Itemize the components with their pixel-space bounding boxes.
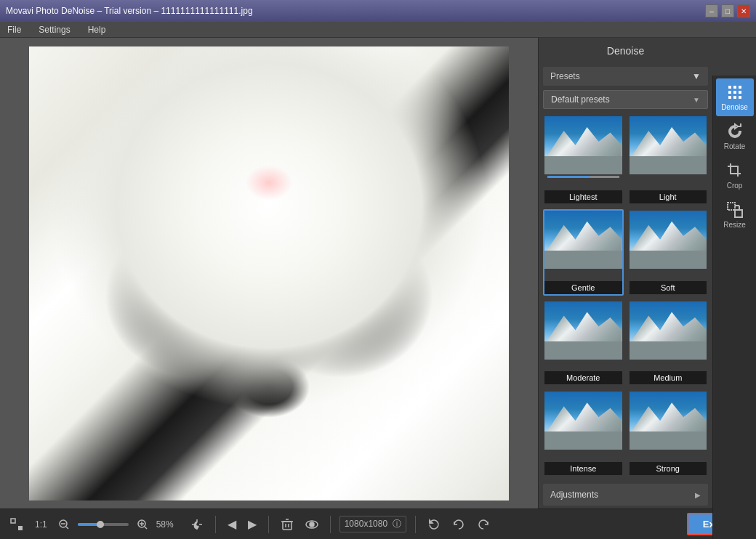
info-icon[interactable]: ⓘ — [393, 519, 401, 529]
menu-bar: File Settings Help — [0, 22, 756, 38]
separator-3 — [330, 516, 331, 533]
svg-rect-3 — [728, 91, 731, 94]
svg-rect-7 — [733, 96, 736, 99]
maximize-button[interactable]: □ — [721, 4, 734, 17]
menu-settings[interactable]: Settings — [36, 23, 73, 36]
preset-light[interactable]: Light — [628, 115, 709, 205]
preset-label-gentle: Gentle — [544, 281, 622, 294]
preset-strong[interactable]: Strong — [628, 390, 709, 477]
tool-resize[interactable]: Resize — [716, 196, 754, 234]
preset-label-light: Light — [630, 190, 707, 203]
svg-point-26 — [310, 522, 314, 527]
presets-grid: Lightest Light Gentle Soft — [539, 110, 712, 481]
image-size-label: 1080x1080 ⓘ — [339, 516, 407, 532]
fit-icon — [10, 518, 23, 531]
title-bar: Movavi Photo DeNoise – Trial version – 1… — [0, 0, 756, 22]
resize-icon — [726, 201, 744, 219]
separator-1 — [215, 516, 216, 533]
preview-icon — [305, 518, 318, 531]
tool-crop-label: Crop — [727, 182, 743, 190]
tool-rotate[interactable]: Rotate — [716, 118, 754, 155]
image-size-value: 1080x1080 — [345, 519, 387, 529]
zoom-slider[interactable] — [78, 523, 129, 526]
svg-rect-12 — [18, 526, 23, 530]
svg-rect-0 — [728, 86, 731, 89]
close-button[interactable]: ✕ — [737, 4, 750, 17]
rotate-ccw-button[interactable] — [425, 515, 443, 534]
preset-intense[interactable]: Intense — [543, 390, 624, 477]
preset-moderate[interactable]: Moderate — [543, 300, 624, 386]
zoom-11-button[interactable]: 1:1 — [32, 516, 50, 532]
menu-file[interactable]: File — [4, 23, 24, 36]
menu-help[interactable]: Help — [85, 23, 109, 36]
tool-resize-label: Resize — [723, 221, 746, 229]
prev-button[interactable]: ◀ — [225, 514, 239, 534]
preset-thumb-light — [630, 116, 707, 174]
svg-rect-6 — [728, 96, 731, 99]
tool-sidebar: Denoise Rotate Crop Resize — [712, 76, 756, 539]
minimize-button[interactable]: – — [705, 4, 718, 17]
window-controls: – □ ✕ — [705, 4, 750, 17]
presets-header[interactable]: Presets ▼ — [543, 67, 708, 86]
zoom-in-button[interactable] — [134, 516, 150, 532]
denoise-icon — [726, 84, 744, 101]
window-title: Movavi Photo DeNoise – Trial version – 1… — [6, 6, 705, 16]
zoom-percent: 58% — [156, 519, 182, 530]
zoom-out-icon — [59, 519, 69, 530]
preset-label-moderate: Moderate — [544, 371, 622, 384]
dropdown-arrow-icon: ▼ — [693, 96, 700, 104]
svg-line-15 — [66, 527, 68, 529]
crop-icon — [726, 162, 744, 179]
adjustments-bar[interactable]: Adjustments ▶ — [543, 484, 708, 506]
svg-rect-10 — [735, 210, 742, 217]
default-presets-dropdown[interactable]: Default presets ▼ — [543, 90, 708, 109]
next-button[interactable]: ▶ — [245, 514, 260, 534]
preset-thumb-soft — [630, 211, 707, 269]
svg-rect-9 — [728, 203, 735, 210]
preset-lightest[interactable]: Lightest — [543, 115, 624, 205]
preset-gentle[interactable]: Gentle — [543, 209, 624, 296]
tool-denoise[interactable]: Denoise — [716, 78, 754, 116]
presets-arrow-icon: ▼ — [692, 71, 701, 81]
preset-thumb-moderate — [544, 301, 622, 360]
fit-button[interactable] — [7, 515, 26, 534]
preset-thumb-strong — [630, 392, 707, 450]
pan-button[interactable] — [188, 515, 206, 534]
svg-rect-1 — [733, 86, 736, 89]
pan-icon — [190, 518, 204, 531]
preset-label-soft: Soft — [630, 281, 707, 294]
tool-crop[interactable]: Crop — [716, 157, 754, 195]
content-area: Denoise Presets ▼ Default presets ▼ Ligh… — [0, 38, 712, 508]
preset-thumb-gentle — [544, 211, 622, 269]
preset-thumb-intense — [544, 392, 622, 450]
svg-rect-11 — [11, 519, 15, 523]
svg-rect-20 — [283, 522, 291, 530]
tool-denoise-label: Denoise — [721, 103, 748, 111]
preset-label-lightest: Lightest — [544, 190, 622, 203]
delete-icon — [281, 518, 294, 531]
right-panel: Denoise Presets ▼ Default presets ▼ Ligh… — [538, 38, 712, 508]
preset-medium[interactable]: Medium — [628, 300, 709, 386]
preview-button[interactable] — [302, 515, 321, 534]
bottom-toolbar: 1:1 58% ◀ ▶ — [0, 508, 756, 539]
undo-icon — [452, 518, 465, 531]
svg-line-19 — [145, 527, 147, 529]
svg-rect-2 — [739, 86, 741, 89]
tool-rotate-label: Rotate — [724, 142, 745, 150]
separator-2 — [268, 516, 269, 533]
preset-soft[interactable]: Soft — [628, 209, 709, 296]
zoom-slider-fill — [78, 523, 98, 526]
preset-thumb-medium — [630, 301, 707, 360]
adjustments-arrow-icon: ▶ — [695, 491, 701, 499]
separator-4 — [415, 516, 416, 533]
svg-rect-8 — [739, 96, 741, 99]
preset-slider-lightest — [547, 176, 619, 178]
preset-label-strong: Strong — [630, 462, 707, 475]
delete-button[interactable] — [278, 515, 297, 534]
presets-label: Presets — [550, 71, 580, 81]
undo-button[interactable] — [449, 515, 468, 534]
zoom-out-button[interactable] — [56, 516, 72, 532]
redo-button[interactable] — [474, 515, 493, 534]
rotate-icon — [726, 123, 744, 140]
denoise-title: Denoise — [539, 38, 712, 64]
